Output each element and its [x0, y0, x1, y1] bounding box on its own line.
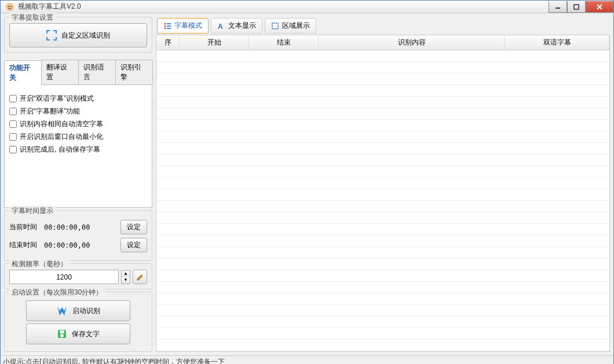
svg-point-2: [10, 6, 12, 7]
settings-tabs: 功能开关 翻译设置 识别语言 识别引擎: [4, 60, 152, 85]
table-row[interactable]: [156, 108, 609, 120]
table-row[interactable]: [156, 120, 609, 131]
spin-up[interactable]: ▲: [122, 271, 130, 277]
app-icon: [5, 2, 14, 12]
grid-header: 序 开始 结束 识别内容 双语字幕: [156, 35, 609, 50]
close-button[interactable]: [586, 1, 613, 13]
minimize-button[interactable]: [549, 1, 567, 13]
table-row[interactable]: [156, 305, 609, 317]
table-row[interactable]: [156, 73, 609, 85]
svg-rect-17: [272, 23, 278, 29]
tab-recognize-engine[interactable]: 识别引擎: [115, 60, 153, 84]
frequency-group: 检测频率（毫秒） ▲ ▼: [4, 263, 152, 289]
check-auto-minimize[interactable]: 开启识别后窗口自动最小化: [9, 132, 147, 142]
table-row[interactable]: [156, 212, 609, 224]
table-row[interactable]: [156, 155, 609, 166]
text-icon: A: [217, 22, 225, 30]
table-row[interactable]: [156, 143, 609, 155]
svg-point-12: [165, 25, 166, 27]
table-row[interactable]: [156, 131, 609, 143]
tab-recognize-language[interactable]: 识别语言: [78, 60, 116, 84]
table-row[interactable]: [156, 85, 609, 97]
current-time-value: 00:00:00,00: [44, 223, 116, 231]
svg-rect-4: [574, 5, 579, 9]
subtitle-grid[interactable]: 序 开始 结束 识别内容 双语字幕: [156, 35, 610, 352]
col-content[interactable]: 识别内容: [319, 35, 505, 50]
current-time-label: 当前时间: [9, 222, 39, 232]
svg-rect-8: [60, 330, 64, 333]
table-row[interactable]: [156, 189, 609, 201]
table-row[interactable]: [156, 259, 609, 270]
checkbox[interactable]: [9, 146, 17, 153]
left-panel: 字幕提取设置 自定义区域识别 功能开关 翻译设置 识别语言 识别引擎 开启“双语…: [4, 17, 152, 352]
check-clear-same[interactable]: 识别内容相同自动清空字幕: [9, 119, 147, 129]
button-label: 保存文字: [72, 329, 100, 339]
title-bar: 视频取字幕工具V2.0: [1, 1, 613, 13]
tab-body: 开启“双语字幕”识别模式 开启“字幕翻译”功能 识别内容相同自动清空字幕 开启识…: [4, 85, 152, 208]
spin-down[interactable]: ▼: [122, 277, 130, 284]
maximize-button[interactable]: [567, 1, 586, 13]
start-settings-group: 启动设置（每次限用30分钟） 启动识别 保存文字: [4, 292, 152, 352]
svg-point-0: [6, 3, 14, 11]
view-tabs: 字幕模式 A 文本显示 区域展示: [156, 17, 610, 35]
tab-region-display[interactable]: 区域展示: [265, 18, 316, 34]
table-row[interactable]: [156, 224, 609, 236]
check-auto-save[interactable]: 识别完成后, 自动保存字幕: [9, 145, 147, 155]
start-recognize-button[interactable]: 启动识别: [26, 300, 130, 321]
end-time-value: 00:00:00,00: [44, 241, 116, 249]
tab-function-switch[interactable]: 功能开关: [4, 60, 42, 85]
col-bilingual[interactable]: 双语字幕: [505, 35, 609, 50]
svg-point-9: [60, 334, 64, 337]
content-area: 字幕提取设置 自定义区域识别 功能开关 翻译设置 识别语言 识别引擎 开启“双语…: [1, 13, 613, 355]
custom-region-button[interactable]: 自定义区域识别: [9, 23, 147, 47]
table-row[interactable]: [156, 201, 609, 212]
tab-subtitle-mode[interactable]: 字幕模式: [157, 18, 209, 34]
checkbox[interactable]: [9, 133, 17, 141]
checkbox[interactable]: [9, 95, 17, 102]
window-controls: [549, 1, 613, 13]
table-row[interactable]: [156, 282, 609, 293]
table-row[interactable]: [156, 270, 609, 282]
col-end[interactable]: 结束: [249, 35, 319, 50]
col-start[interactable]: 开始: [180, 35, 249, 50]
group-title: 检测频率（毫秒）: [9, 259, 70, 269]
region-icon: [271, 22, 279, 30]
tab-translate-settings[interactable]: 翻译设置: [41, 60, 79, 84]
save-text-button[interactable]: 保存文字: [26, 323, 130, 344]
group-title: 字幕提取设置: [9, 13, 56, 23]
edit-frequency-button[interactable]: [133, 270, 147, 284]
table-row[interactable]: [156, 340, 609, 351]
table-row[interactable]: [156, 50, 609, 62]
svg-point-1: [8, 6, 9, 7]
svg-point-10: [165, 23, 166, 24]
svg-point-14: [165, 27, 166, 29]
group-title: 启动设置（每次限用30分钟）: [9, 288, 105, 297]
col-seq[interactable]: 序: [156, 35, 180, 50]
set-current-button[interactable]: 设定: [120, 220, 147, 234]
table-row[interactable]: [156, 97, 609, 108]
button-label: 自定义区域识别: [61, 31, 110, 41]
check-translate[interactable]: 开启“字幕翻译”功能: [9, 106, 147, 116]
main-window: 视频取字幕工具V2.0 字幕提取设置 自定义区域识别 功能开关 翻译设置 识别语…: [0, 0, 614, 364]
table-row[interactable]: [156, 178, 609, 189]
list-icon: [163, 22, 171, 30]
extract-settings-group: 字幕提取设置 自定义区域识别: [4, 17, 152, 53]
time-display-group: 字幕时间显示 当前时间 00:00:00,00 设定 结束时间 00:00:00…: [4, 210, 152, 261]
status-bar: 小提示:点击[启动识别]后, 软件默认有3秒钟的空档时间，方便您准备一下: [1, 355, 613, 364]
checkbox[interactable]: [9, 120, 17, 128]
check-bilingual[interactable]: 开启“双语字幕”识别模式: [9, 94, 147, 104]
frequency-input[interactable]: [9, 270, 119, 284]
save-icon: [57, 329, 67, 339]
tab-text-display[interactable]: A 文本显示: [211, 18, 262, 34]
table-row[interactable]: [156, 293, 609, 305]
table-row[interactable]: [156, 236, 609, 247]
tab-label: 区域展示: [282, 21, 310, 31]
checkbox[interactable]: [9, 108, 17, 115]
table-row[interactable]: [156, 247, 609, 259]
table-row[interactable]: [156, 166, 609, 178]
end-time-label: 结束时间: [9, 240, 39, 250]
table-row[interactable]: [156, 62, 609, 73]
table-row[interactable]: [156, 317, 609, 328]
set-end-button[interactable]: 设定: [120, 238, 147, 252]
table-row[interactable]: [156, 328, 609, 340]
